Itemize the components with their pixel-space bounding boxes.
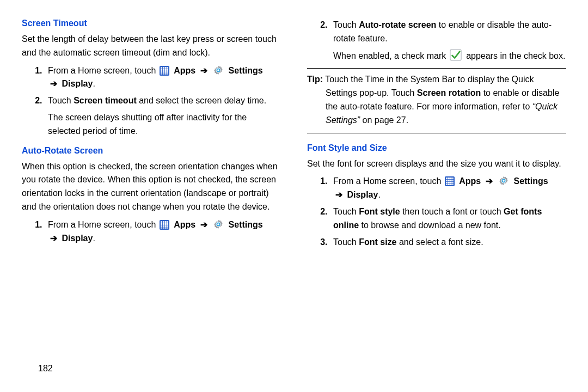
arrow-icon: ➔: [198, 66, 210, 75]
step-font-2: Touch Font style then touch a font or to…: [330, 205, 566, 232]
text: appears in the check box.: [466, 51, 565, 60]
steps-auto-rotate-cont: Touch Auto-rotate screen to enable or di…: [307, 19, 566, 63]
apps-icon: [160, 66, 169, 76]
heading-font-style-size: Font Style and Size: [307, 143, 566, 153]
text: From a Home screen, touch: [48, 66, 158, 75]
text: From a Home screen, touch: [48, 220, 158, 229]
display-label: Display: [62, 234, 93, 243]
arrow-icon: ➔: [48, 79, 59, 88]
left-column: Screen Timeout Set the length of delay b…: [22, 19, 281, 256]
text: Touch: [333, 207, 359, 216]
document-page: Screen Timeout Set the length of delay b…: [0, 0, 588, 392]
arrow-icon: ➔: [198, 220, 210, 229]
para-font-intro: Set the font for screen displays and the…: [307, 157, 566, 171]
text: When enabled, a check mark: [333, 51, 449, 60]
tip-block: Tip: Touch the Time in the System Bar to…: [307, 73, 566, 127]
two-column-layout: Screen Timeout Set the length of delay b…: [22, 19, 566, 256]
display-label: Display: [347, 190, 378, 199]
tip-label: Tip:: [307, 75, 323, 84]
display-label: Display: [62, 79, 93, 88]
steps-auto-rotate: From a Home screen, touch Apps ➔ Setting…: [22, 218, 281, 246]
bold-text: Screen rotation: [417, 88, 481, 97]
arrow-icon: ➔: [333, 190, 345, 199]
bold-text: Font style: [359, 207, 400, 216]
para-auto-rotate-intro: When this option is checked, the screen …: [22, 160, 281, 214]
text: Touch: [333, 237, 359, 247]
step-screen-timeout-2: Touch Screen timeout and select the scre…: [45, 94, 281, 138]
settings-label: Settings: [229, 220, 263, 229]
heading-auto-rotate: Auto-Rotate Screen: [22, 146, 281, 156]
apps-label: Apps: [174, 66, 195, 75]
settings-icon: [213, 219, 224, 230]
settings-label: Settings: [514, 176, 548, 186]
settings-icon: [498, 175, 509, 186]
text: and select a font size.: [396, 237, 483, 247]
arrow-icon: ➔: [483, 176, 495, 186]
apps-label: Apps: [174, 220, 195, 229]
bold-text: Font size: [359, 237, 396, 247]
text: then touch a font or touch: [400, 207, 504, 216]
divider: [307, 68, 566, 69]
steps-screen-timeout: From a Home screen, touch Apps ➔ Setting…: [22, 64, 281, 138]
settings-label: Settings: [229, 66, 263, 75]
text: The screen delays shutting off after ina…: [48, 113, 247, 136]
text: and select the screen delay time.: [137, 96, 266, 105]
step-screen-timeout-1: From a Home screen, touch Apps ➔ Setting…: [45, 64, 281, 91]
step-auto-rotate-1: From a Home screen, touch Apps ➔ Setting…: [45, 218, 281, 246]
apps-icon: [160, 220, 169, 230]
arrow-icon: ➔: [48, 234, 59, 243]
step-auto-rotate-2: Touch Auto-rotate screen to enable or di…: [330, 19, 566, 63]
para-screen-timeout-intro: Set the length of delay between the last…: [22, 33, 281, 60]
checkmark-icon: [450, 49, 462, 61]
text: Touch: [333, 20, 359, 29]
heading-screen-timeout: Screen Timeout: [22, 19, 281, 28]
text: on page 27.: [360, 115, 408, 125]
text: to browse and download a new font.: [359, 220, 501, 230]
bold-text: Auto-rotate screen: [359, 20, 436, 29]
steps-font: From a Home screen, touch Apps ➔ Setting…: [307, 175, 566, 249]
apps-icon: [445, 176, 455, 186]
text: Touch: [48, 96, 74, 105]
settings-icon: [213, 65, 224, 76]
text: From a Home screen, touch: [333, 176, 444, 186]
step-font-3: Touch Font size and select a font size.: [330, 236, 566, 249]
step-font-1: From a Home screen, touch Apps ➔ Setting…: [330, 175, 566, 202]
right-column: Touch Auto-rotate screen to enable or di…: [307, 19, 566, 256]
bold-text: Screen timeout: [74, 96, 137, 105]
divider: [307, 133, 566, 133]
page-number: 182: [38, 364, 53, 373]
apps-label: Apps: [459, 176, 481, 186]
